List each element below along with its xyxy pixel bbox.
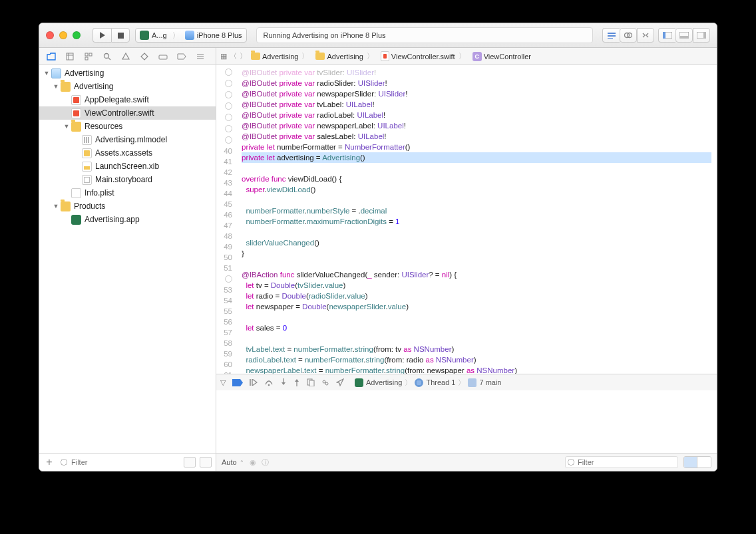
crumb-3[interactable]: ViewController [484,53,531,61]
svg-marker-22 [141,53,148,60]
debug-view-icon[interactable] [307,378,315,386]
forward-button[interactable]: 〉 [240,51,247,61]
folder-icon [61,82,71,92]
svg-rect-37 [309,380,314,386]
toggle-navigator-button[interactable] [658,28,675,43]
crumb-0[interactable]: Advertising [262,53,298,61]
symbol-navigator-tab[interactable] [79,49,98,64]
standard-editor-button[interactable] [602,28,620,43]
project-navigator-tab[interactable] [42,49,61,64]
print-description-icon[interactable]: ⓘ [262,458,269,467]
debug-footer: Auto⌃ ◉ ⓘ [216,453,717,471]
related-items-icon[interactable]: ▦ [220,52,227,61]
xib-file-icon [82,162,92,172]
tree-group[interactable]: ▼Advertising [39,80,216,93]
stop-button[interactable] [111,28,130,43]
run-button[interactable] [93,28,111,43]
simulate-location-icon[interactable] [336,378,344,386]
mlmodel-file-icon [82,135,92,145]
report-navigator-tab[interactable] [191,49,210,64]
step-over-icon[interactable] [264,379,274,386]
debug-bar: ▽ Advertising〉 Thread 1〉 7 main [216,374,717,390]
svg-rect-4 [608,38,613,39]
folder-icon [61,201,71,211]
crumb-2[interactable]: ViewController.swift [391,53,455,61]
svg-marker-24 [178,54,186,59]
zoom-window-button[interactable] [73,31,81,39]
console-panes-toggle[interactable] [683,456,711,468]
breakpoint-navigator-tab[interactable] [172,49,191,64]
jump-bar[interactable]: ▦ 〈 〉 Advertising〉 Advertising〉 ViewCont… [216,48,717,65]
svg-marker-33 [282,382,285,385]
tree-file[interactable]: Main.storyboard [39,173,216,186]
svg-rect-16 [85,53,88,56]
tree-file[interactable]: Advertising.mlmodel [39,133,216,146]
class-icon: C [472,52,482,61]
file-tree[interactable]: ▼Advertising ▼Advertising AppDelegate.sw… [39,65,216,453]
toolbar-right [602,28,710,43]
tree-file[interactable]: Assets.xcassets [39,146,216,160]
debug-console[interactable] [216,390,717,453]
source-control-navigator-tab[interactable] [61,49,79,64]
close-window-button[interactable] [46,31,54,39]
thread-icon [415,378,423,387]
tree-group[interactable]: ▼Products [39,200,216,213]
debug-process-crumb[interactable]: Advertising〉 Thread 1〉 7 main [355,378,501,388]
step-in-icon[interactable] [280,378,287,386]
window-controls [46,31,81,39]
step-out-icon[interactable] [293,378,300,386]
scheme-separator-icon: 〉 [172,31,180,41]
quicklook-icon[interactable]: ◉ [250,458,256,467]
tree-file[interactable]: Advertising.app [39,213,216,226]
navigator-filter-input[interactable] [59,456,180,468]
issue-navigator-tab[interactable] [116,49,135,64]
variables-scope-selector[interactable]: Auto⌃ [222,458,244,466]
recent-filter-button[interactable] [184,457,196,467]
scheme-selector[interactable]: A...g 〉 iPhone 8 Plus [135,28,247,43]
svg-marker-30 [252,379,257,386]
minimize-window-button[interactable] [59,31,67,39]
debug-memory-icon[interactable] [321,378,329,386]
scheme-device-label: iPhone 8 Plus [197,31,242,39]
toggle-debug-button[interactable] [675,28,693,43]
find-navigator-tab[interactable] [98,49,116,64]
tree-project[interactable]: ▼Advertising [39,67,216,80]
svg-marker-0 [100,32,105,39]
plist-file-icon [71,188,81,198]
breakpoints-toggle-icon[interactable] [232,379,243,386]
toggle-inspector-button[interactable] [693,28,710,43]
line-gutter[interactable]: 4041424344454647484950515354555657585960… [216,65,236,374]
device-icon [185,31,194,40]
tree-file-selected[interactable]: ViewController.swift [39,106,216,120]
debug-navigator-tab[interactable] [154,49,172,64]
console-filter-input[interactable] [565,456,678,468]
tree-file[interactable]: Info.plist [39,186,216,200]
main-body: ▼Advertising ▼Advertising AppDelegate.sw… [39,65,717,471]
tree-group[interactable]: ▼Resources [39,120,216,133]
tree-file[interactable]: LaunchScreen.xib [39,160,216,173]
assistant-editor-button[interactable] [620,28,637,43]
version-editor-button[interactable] [637,28,654,43]
code-content[interactable]: @IBOutlet private var tvSlider: UISlider… [236,65,717,374]
test-navigator-tab[interactable] [135,49,154,64]
add-button[interactable]: + [43,456,55,468]
tree-file[interactable]: AppDelegate.swift [39,93,216,106]
editor-area: 4041424344454647484950515354555657585960… [216,65,717,471]
svg-rect-10 [679,36,689,39]
navbar: ▦ 〈 〉 Advertising〉 Advertising〉 ViewCont… [39,48,717,65]
swift-file-icon [71,95,81,105]
frame-icon [468,378,476,387]
scheme-app-label: A...g [152,31,167,39]
svg-rect-2 [608,33,616,34]
crumb-1[interactable]: Advertising [327,53,363,61]
svg-rect-8 [663,32,665,39]
back-button[interactable]: 〈 [230,51,237,61]
app-icon [140,31,149,40]
project-navigator: ▼Advertising ▼Advertising AppDelegate.sw… [39,65,216,471]
continue-icon[interactable] [250,379,258,386]
scm-filter-button[interactable] [200,457,212,467]
hide-debug-icon[interactable]: ▽ [220,378,226,387]
source-editor[interactable]: 4041424344454647484950515354555657585960… [216,65,717,374]
activity-status: Running Advertising on iPhone 8 Plus [256,27,593,43]
storyboard-file-icon [82,175,92,185]
